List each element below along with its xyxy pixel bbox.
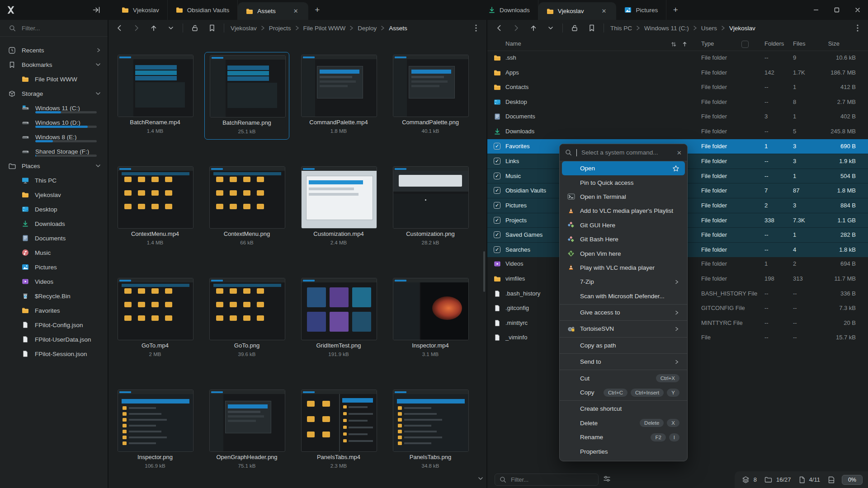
menu-item-give-access-to[interactable]: Give access to [562, 305, 685, 319]
sort-mode-icon[interactable] [670, 41, 677, 47]
favorite-star-icon[interactable] [672, 165, 679, 172]
menu-item-git-gui-here[interactable]: Git GUI Here [562, 218, 685, 232]
more-options-icon[interactable] [852, 22, 863, 34]
grid-item-customization-mp4[interactable]: Customization.mp42.4 MB [296, 164, 381, 251]
sidebar-section-storage[interactable]: Storage [0, 86, 108, 101]
column-header-type[interactable]: Type [701, 40, 714, 47]
command-search-input[interactable]: Select a system command... ✕ [560, 144, 687, 161]
tab-close-icon[interactable]: ✕ [600, 7, 609, 15]
grid-item-goto-png[interactable]: GoTo.png39.6 kB [204, 275, 289, 363]
menu-item-tortoisesvn[interactable]: TortoiseSVN [562, 322, 685, 336]
menu-item-add-to-vlc-media-player-s-playlist[interactable]: Add to VLC media player's Playlist [562, 204, 685, 218]
row-checkbox-checked[interactable]: ✓ [494, 187, 500, 194]
grid-item-commandpalette-png[interactable]: CommandPalette.png40.1 kB [388, 52, 473, 140]
sidebar-item--recycle-bin[interactable]: $Recycle.Bin [0, 289, 108, 303]
select-all-checkbox[interactable] [741, 41, 749, 48]
bookmark-icon[interactable] [586, 23, 597, 33]
grid-item-batchrename-mp4[interactable]: BatchRename.mp41.4 MB [113, 52, 198, 140]
sidebar-item-music[interactable]: Music [0, 245, 108, 260]
sidebar-item-fpilot-session-json[interactable]: FPilot-Session.json [0, 347, 108, 361]
sidebar-section-places[interactable]: Places [0, 159, 108, 173]
menu-item-copy[interactable]: CopyCtrl+CCtrl+InsertY [562, 385, 685, 399]
grid-item-customization-png[interactable]: Customization.png28.2 kB [388, 164, 473, 251]
menu-item-open[interactable]: Open [562, 161, 685, 175]
up-icon[interactable] [148, 23, 159, 33]
menu-item-properties[interactable]: Properties [562, 444, 685, 458]
sidebar-item-vjekoslav[interactable]: Vjekoslav [0, 188, 108, 202]
menu-item-play-with-vlc-media-player[interactable]: Play with VLC media player [562, 261, 685, 275]
sidebar-item-documents[interactable]: Documents [0, 231, 108, 245]
sidebar-filter-input[interactable]: Filter... [0, 20, 108, 37]
lock-pane-icon[interactable] [189, 23, 200, 33]
table-row-desktop[interactable]: DesktopFile folder--82.7 MB [487, 95, 868, 110]
menu-item-rename[interactable]: RenameF2I [562, 430, 685, 444]
grid-item-inspector-png[interactable]: Inspector.png106.9 kB [113, 387, 198, 474]
new-tab-button[interactable]: + [666, 0, 684, 20]
grid-item-contextmenu-mp4[interactable]: ContextMenu.mp41.4 MB [113, 164, 198, 251]
bookmark-icon[interactable] [207, 23, 217, 33]
menu-item-pin-to-quick-access[interactable]: Pin to Quick access [562, 175, 685, 189]
column-header-folders[interactable]: Folders [764, 40, 784, 47]
focus-panel-icon[interactable] [92, 6, 100, 14]
forward-icon[interactable] [511, 23, 522, 33]
sidebar-item-fpilot-config-json[interactable]: FPilot-Config.json [0, 318, 108, 332]
filter-options-icon[interactable] [603, 475, 611, 482]
sidebar-item-downloads[interactable]: Downloads [0, 216, 108, 231]
forward-icon[interactable] [131, 23, 142, 33]
history-dropdown-icon[interactable] [545, 23, 556, 33]
row-checkbox-checked[interactable]: ✓ [494, 158, 500, 164]
menu-item-delete[interactable]: DeleteDeleteX [562, 416, 685, 430]
menu-item-scan-with-microsoft-defender-[interactable]: Scan with Microsoft Defender... [562, 289, 685, 303]
tab-close-icon[interactable]: ✕ [292, 7, 300, 15]
column-header-name[interactable]: Name [505, 40, 521, 47]
tab-vjekoslav[interactable]: Vjekoslav✕ [538, 2, 617, 20]
list-filter-input[interactable]: Filter... [495, 474, 599, 486]
breadcrumb-segment[interactable]: Projects [269, 25, 291, 32]
column-header-files[interactable]: Files [793, 40, 805, 47]
menu-item-git-bash-here[interactable]: Git Bash Here [562, 232, 685, 246]
up-icon[interactable] [528, 23, 539, 33]
menu-item-7-zip[interactable]: 7-Zip [562, 275, 685, 289]
menu-item-cut[interactable]: CutCtrl+X [562, 371, 685, 385]
table-row-contacts[interactable]: ContactsFile folder--1412 B [487, 80, 868, 95]
sidebar-item-this-pc[interactable]: This PC [0, 173, 108, 188]
breadcrumb-segment[interactable]: Users [701, 25, 717, 32]
table-row-apps[interactable]: AppsFile folder1421.7K186.7 MB [487, 66, 868, 80]
tab-assets[interactable]: Assets✕ [238, 2, 308, 20]
row-checkbox-checked[interactable]: ✓ [494, 173, 500, 179]
tab-obsidian-vaults[interactable]: Obsidian Vaults [168, 0, 238, 20]
sidebar-section-recents[interactable]: Recents [0, 43, 108, 57]
row-checkbox-checked[interactable]: ✓ [494, 246, 500, 253]
menu-item-create-shortcut[interactable]: Create shortcut [562, 402, 685, 416]
more-options-icon[interactable] [470, 22, 482, 34]
close-button[interactable] [847, 0, 868, 20]
grid-item-opengraphheader-png[interactable]: OpenGraphHeader.png75.1 kB [204, 387, 289, 474]
breadcrumb-segment[interactable]: Vjekoslav [231, 25, 257, 32]
tab-downloads[interactable]: Downloads [480, 0, 538, 20]
back-icon[interactable] [494, 23, 505, 33]
minimize-button[interactable] [806, 0, 826, 20]
menu-item-send-to[interactable]: Send to [562, 355, 685, 369]
grid-item-panelstabs-mp4[interactable]: PanelsTabs.mp42.3 MB [296, 387, 381, 474]
menu-item-open-vim-here[interactable]: Open Vim here [562, 246, 685, 260]
row-checkbox-checked[interactable]: ✓ [494, 217, 500, 224]
tab-vjekoslav[interactable]: Vjekoslav [113, 0, 168, 20]
sidebar-item-favorites[interactable]: Favorites [0, 303, 108, 318]
table-row--ssh[interactable]: .sshFile folder--910.6 kB [487, 51, 868, 66]
sort-ascending-icon[interactable] [682, 41, 688, 47]
grid-item-contextmenu-png[interactable]: ContextMenu.png66 kB [204, 164, 289, 251]
sidebar-item-pictures[interactable]: Pictures [0, 260, 108, 274]
scrollbar-thumb[interactable] [483, 251, 485, 292]
table-row-documents[interactable]: DocumentsFile folder31402 B [487, 109, 868, 124]
lock-pane-icon[interactable] [569, 23, 580, 33]
breadcrumb-segment[interactable]: Windows 11 (C:) [644, 25, 689, 32]
menu-item-copy-as-path[interactable]: Copy as path [562, 338, 685, 352]
breadcrumb-segment[interactable]: Deploy [358, 25, 377, 32]
grid-item-goto-mp4[interactable]: GoTo.mp42 MB [113, 275, 198, 363]
grid-item-commandpalette-mp4[interactable]: CommandPalette.mp41.8 MB [296, 52, 381, 140]
new-tab-button[interactable]: + [308, 0, 326, 20]
maximize-button[interactable] [826, 0, 847, 20]
breadcrumb-segment[interactable]: Assets [389, 25, 407, 32]
breadcrumb-segment[interactable]: Vjekoslav [729, 25, 755, 32]
back-icon[interactable] [114, 23, 125, 33]
